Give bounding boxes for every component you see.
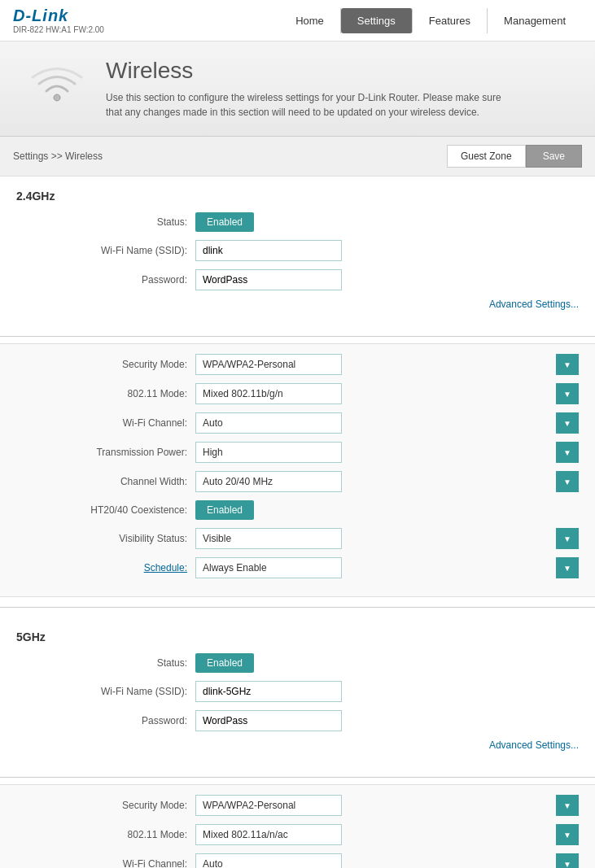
enabled-button-24[interactable]: Enabled — [195, 212, 254, 232]
section-title-5ghz: 5GHz — [16, 630, 579, 643]
row-chwidth-24: Channel Width: Auto 20/40 MHz — [16, 471, 579, 492]
mode-select-arrow-5 — [556, 824, 579, 845]
breadcrumb: Settings >> Wireless — [13, 150, 103, 162]
wifi-icon — [24, 58, 90, 115]
advanced-link-5[interactable]: Advanced Settings... — [16, 739, 579, 751]
content-area: Settings >> Wireless Guest Zone Save 2.4… — [0, 137, 595, 868]
label-ssid-5: Wi-Fi Name (SSID): — [16, 686, 195, 697]
nav-home[interactable]: Home — [279, 8, 341, 33]
chwidth-select-arrow-24 — [556, 471, 579, 492]
logo-area: D-Link DIR-822 HW:A1 FW:2.00 — [13, 7, 104, 34]
row-ht-24: HT20/40 Coexistence: Enabled — [16, 500, 579, 520]
row-schedule-24: Schedule: Always Enable — [16, 557, 579, 578]
schedule-link-24[interactable]: Schedule: — [144, 562, 187, 574]
label-security-24: Security Mode: — [16, 359, 195, 370]
password-input-24[interactable] — [195, 269, 342, 290]
channel-select-24[interactable]: Auto — [195, 412, 342, 434]
page-title-area: Wireless Use this section to configure t… — [106, 58, 513, 120]
ht-button-24[interactable]: Enabled — [195, 500, 254, 520]
security-select-24[interactable]: WPA/WPA2-Personal — [195, 354, 342, 375]
section-24ghz: 2.4GHz Status: Enabled Wi-Fi Name (SSID)… — [0, 177, 595, 329]
chwidth-select-24[interactable]: Auto 20/40 MHz — [195, 471, 342, 492]
label-txpower-24: Transmission Power: — [16, 447, 195, 458]
device-info: DIR-822 HW:A1 FW:2.00 — [13, 25, 104, 34]
label-status-24: Status: — [16, 216, 195, 228]
advanced-link-24[interactable]: Advanced Settings... — [16, 299, 579, 310]
enabled-button-5[interactable]: Enabled — [195, 653, 254, 673]
row-password-24: Password: — [16, 269, 579, 290]
row-mode-24: 802.11 Mode: Mixed 802.11b/g/n — [16, 383, 579, 404]
nav-features[interactable]: Features — [413, 8, 488, 33]
mode-select-arrow-24 — [556, 383, 579, 404]
guest-zone-button[interactable]: Guest Zone — [447, 145, 526, 168]
advanced-section-24: Security Mode: WPA/WPA2-Personal 802.11 … — [0, 343, 595, 597]
label-mode-5: 802.11 Mode: — [16, 829, 195, 840]
row-ssid-24: Wi-Fi Name (SSID): — [16, 240, 579, 261]
ssid-input-5[interactable] — [195, 681, 342, 702]
row-status-24: Status: Enabled — [16, 212, 579, 232]
security-select-arrow-5 — [556, 795, 579, 816]
label-channel-24: Wi-Fi Channel: — [16, 417, 195, 429]
status-indicator-24 — [257, 216, 264, 229]
label-schedule-24: Schedule: — [16, 562, 195, 574]
advanced-section-5: Security Mode: WPA/WPA2-Personal 802.11 … — [0, 784, 595, 868]
visibility-select-24[interactable]: Visible — [195, 528, 342, 549]
row-security-24: Security Mode: WPA/WPA2-Personal — [16, 354, 579, 375]
schedule-select-arrow-24 — [556, 557, 579, 578]
row-password-5: Password: — [16, 710, 579, 731]
row-visibility-24: Visibility Status: Visible — [16, 528, 579, 549]
nav-settings[interactable]: Settings — [341, 8, 413, 33]
breadcrumb-bar: Settings >> Wireless Guest Zone Save — [0, 137, 595, 177]
save-button[interactable]: Save — [526, 145, 582, 168]
channel-select-arrow-5 — [556, 853, 579, 868]
row-ssid-5: Wi-Fi Name (SSID): — [16, 681, 579, 702]
schedule-select-24[interactable]: Always Enable — [195, 557, 342, 578]
ssid-input-24[interactable] — [195, 240, 342, 261]
page-description: Use this section to configure the wirele… — [106, 90, 513, 120]
row-channel-5: Wi-Fi Channel: Auto — [16, 853, 579, 868]
txpower-select-arrow-24 — [556, 442, 579, 463]
logo-text: D-Link — [13, 7, 104, 25]
status-value-24: Enabled — [195, 212, 579, 232]
channel-select-arrow-24 — [556, 412, 579, 434]
app-header: D-Link DIR-822 HW:A1 FW:2.00 Home Settin… — [0, 0, 595, 41]
label-status-5: Status: — [16, 657, 195, 669]
security-select-5[interactable]: WPA/WPA2-Personal — [195, 795, 342, 816]
page-title: Wireless — [106, 58, 513, 84]
label-security-5: Security Mode: — [16, 800, 195, 811]
page-header: Wireless Use this section to configure t… — [0, 41, 595, 137]
visibility-select-arrow-24 — [556, 528, 579, 549]
row-mode-5: 802.11 Mode: Mixed 802.11a/n/ac — [16, 824, 579, 845]
row-status-5: Status: Enabled — [16, 653, 579, 673]
label-chwidth-24: Channel Width: — [16, 476, 195, 487]
label-channel-5: Wi-Fi Channel: — [16, 858, 195, 868]
label-ht-24: HT20/40 Coexistence: — [16, 504, 195, 516]
label-ssid-24: Wi-Fi Name (SSID): — [16, 245, 195, 256]
label-password-24: Password: — [16, 274, 195, 286]
label-mode-24: 802.11 Mode: — [16, 388, 195, 399]
security-select-arrow-24 — [556, 354, 579, 375]
row-security-5: Security Mode: WPA/WPA2-Personal — [16, 795, 579, 816]
action-buttons: Guest Zone Save — [447, 145, 582, 168]
mode-select-24[interactable]: Mixed 802.11b/g/n — [195, 383, 342, 404]
password-input-5[interactable] — [195, 710, 342, 731]
section-5ghz: 5GHz Status: Enabled Wi-Fi Name (SSID): … — [0, 617, 595, 770]
mode-select-5[interactable]: Mixed 802.11a/n/ac — [195, 824, 342, 845]
section-title-24ghz: 2.4GHz — [16, 190, 579, 203]
main-nav: Home Settings Features Management — [279, 8, 582, 33]
row-txpower-24: Transmission Power: High — [16, 442, 579, 463]
channel-select-5[interactable]: Auto — [195, 853, 342, 868]
label-password-5: Password: — [16, 715, 195, 726]
txpower-select-24[interactable]: High — [195, 442, 342, 463]
row-channel-24: Wi-Fi Channel: Auto — [16, 412, 579, 434]
nav-management[interactable]: Management — [488, 8, 582, 33]
label-visibility-24: Visibility Status: — [16, 533, 195, 544]
